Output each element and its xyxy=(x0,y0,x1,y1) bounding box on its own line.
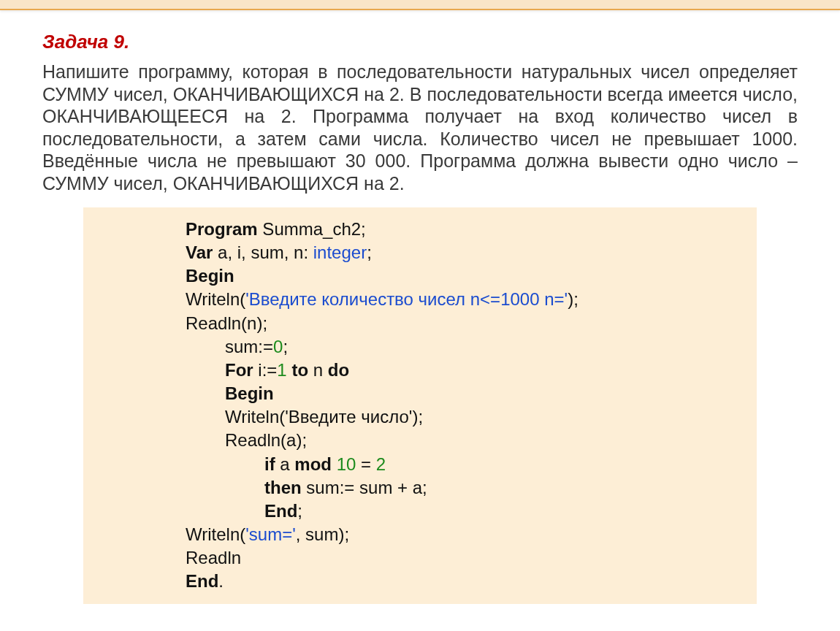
writeln2: Writeln('Введите число'); xyxy=(225,407,423,427)
kw-do: do xyxy=(328,360,349,380)
type-integer: integer xyxy=(313,242,367,262)
kw-if: if xyxy=(264,454,275,474)
end2-dot: . xyxy=(218,571,224,591)
sum-init-a: sum:= xyxy=(225,337,273,356)
writeln3-close: , sum); xyxy=(296,524,349,544)
writeln3-open: Writeln( xyxy=(186,524,245,544)
sum-init-b: ; xyxy=(283,337,288,356)
for-mid-a: i:= xyxy=(253,360,278,380)
kw-mod: mod xyxy=(294,454,332,474)
end1-semi: ; xyxy=(297,501,302,521)
writeln1-close: ); xyxy=(568,289,579,309)
if-mid-b: = xyxy=(356,454,375,474)
task-description: Напишите программу, которая в последоват… xyxy=(42,61,798,194)
slide-content: Задача 9. Напишите программу, которая в … xyxy=(0,10,840,604)
program-name: Summa_ch2; xyxy=(258,219,366,239)
kw-for: For xyxy=(225,360,253,380)
writeln1-string: 'Введите количество чисел n<=1000 n=' xyxy=(245,289,568,309)
semicolon: ; xyxy=(367,242,372,262)
writeln1-open: Writeln( xyxy=(186,289,245,309)
kw-end1: End xyxy=(264,501,297,521)
task-title: Задача 9. xyxy=(42,31,798,53)
kw-var: Var xyxy=(186,242,213,262)
top-accent-bar xyxy=(0,0,840,10)
kw-begin: Begin xyxy=(186,266,234,286)
if-two: 2 xyxy=(376,454,386,474)
var-declaration: a, i, sum, n: xyxy=(213,242,313,262)
if-mid-a: a xyxy=(275,454,295,474)
for-one: 1 xyxy=(277,360,286,380)
kw-begin2: Begin xyxy=(225,383,274,403)
mod-ten: 10 xyxy=(332,454,356,474)
kw-to: to xyxy=(287,360,308,380)
code-block: Program Summa_ch2; Var a, i, sum, n: int… xyxy=(83,207,757,604)
readln-a: Readln(a); xyxy=(225,430,307,450)
kw-then: then xyxy=(264,478,302,497)
kw-program: Program xyxy=(186,219,258,239)
kw-end2: End xyxy=(186,571,218,591)
for-mid-b: n xyxy=(308,360,328,380)
sum-init-val: 0 xyxy=(273,337,283,356)
readln-final: Readln xyxy=(186,548,241,567)
then-body: sum:= sum + a; xyxy=(302,478,427,497)
readln-n: Readln(n); xyxy=(186,313,267,333)
writeln3-string: 'sum=' xyxy=(245,524,296,544)
